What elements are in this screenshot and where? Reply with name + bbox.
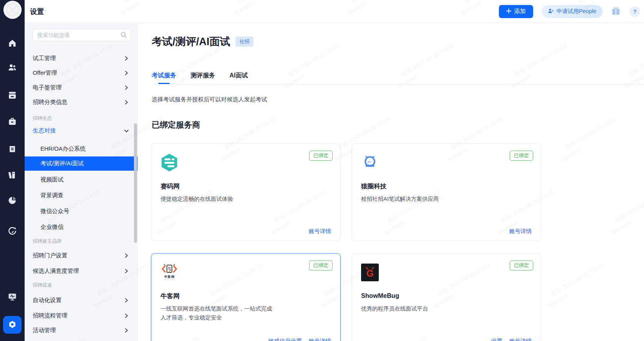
showmebug-logo: G bbox=[361, 264, 379, 281]
avatar[interactable] bbox=[3, 1, 22, 19]
provider-card-grid: 已绑定赛码网便捷稳定流畅的在线面试体验账号详情>–已绑定猿圈科技校招社招AI笔试… bbox=[151, 143, 541, 341]
card-link-账号详情[interactable]: 账号详情 bbox=[309, 228, 331, 235]
sidebar-item-招聘分类信息[interactable]: 招聘分类信息 bbox=[25, 95, 137, 109]
avatar-placeholder-icon bbox=[3, 1, 22, 19]
sidebar-item-招聘流程管理[interactable]: 招聘流程管理 bbox=[25, 308, 137, 323]
chevron-right-icon bbox=[124, 269, 129, 274]
sidebar-item-section-招聘雇主品牌: 招聘雇主品牌 bbox=[25, 238, 137, 245]
service-tabs: 考试服务测评服务AI面试 bbox=[152, 68, 644, 84]
top-header: 设置 添加 申请试用People ? bbox=[25, 0, 644, 23]
chevron-right-icon bbox=[124, 85, 129, 90]
provider-card-猿圈科技: >–已绑定猿圈科技校招社招AI笔试解决方案供应商账号详情 bbox=[351, 143, 541, 241]
provider-description: 一线互联网首选在线笔面试系统，一站式完成 人才筛选，专业稳定安全 bbox=[161, 304, 331, 322]
search-input[interactable] bbox=[32, 29, 131, 41]
sidebar-item-生态对接[interactable]: 生态对接 bbox=[25, 123, 137, 138]
app: 设置 添加 申请试用People ? bbox=[0, 0, 644, 341]
provider-name: 牛客网 bbox=[161, 292, 180, 301]
sidebar-item-label: 背景调查 bbox=[25, 192, 64, 199]
card-link-敏感信息设置[interactable]: 敏感信息设置 bbox=[268, 338, 302, 341]
pie-chart-icon[interactable] bbox=[8, 196, 17, 205]
sidebar-item-微信公众号[interactable]: 微信公众号 bbox=[25, 204, 137, 218]
calendar-icon[interactable] bbox=[8, 91, 17, 100]
sidebar-item-label: 候选人满意度管理 bbox=[25, 267, 79, 275]
receipt-icon[interactable] bbox=[8, 145, 17, 154]
sidebar-item-视频面试[interactable]: 视频面试 bbox=[25, 172, 137, 187]
settings-nut-icon bbox=[7, 319, 17, 331]
chevron-right-icon bbox=[124, 56, 129, 61]
provider-name: ShowMeBug bbox=[361, 292, 399, 299]
main-content: 考试/测评/AI面试 社招 考试服务测评服务AI面试 选择考试服务并授权后可以对… bbox=[138, 23, 644, 341]
sidebar-item-label: 招聘生态 bbox=[25, 115, 52, 122]
provider-card-ShowMeBug: G已绑定ShowMeBug优秀的程序员在线面试平台设置账号详情 bbox=[351, 253, 541, 341]
sidebar-item-活动管理[interactable]: 活动管理 bbox=[25, 323, 137, 338]
bound-status-badge: 已绑定 bbox=[309, 260, 333, 270]
sidebar-item-Offer管理[interactable]: Offer管理 bbox=[25, 66, 137, 80]
sidebar-item-候选人满意度管理[interactable]: 候选人满意度管理 bbox=[25, 264, 137, 278]
trial-people-label: 申请试用People bbox=[557, 8, 596, 15]
card-links: 账号详情 bbox=[309, 228, 331, 235]
svg-text:>–: >– bbox=[367, 160, 372, 164]
gift-icon[interactable] bbox=[611, 7, 621, 17]
saima-logo bbox=[161, 154, 178, 171]
books-icon[interactable] bbox=[8, 170, 17, 180]
sidebar-item-section-招聘提速: 招聘提速 bbox=[25, 282, 137, 289]
chevron-down-icon bbox=[124, 128, 129, 133]
monitor-pulse-icon[interactable] bbox=[8, 292, 17, 301]
card-link-账号详情[interactable]: 账号详情 bbox=[509, 228, 532, 235]
content-title: 考试/测评/AI面试 bbox=[152, 35, 230, 49]
sidebar-item-label: 微信公众号 bbox=[25, 208, 69, 215]
provider-description: 便捷稳定流畅的在线面试体验 bbox=[161, 195, 331, 203]
plus-icon bbox=[506, 8, 511, 15]
sidebar-item-考试/测评/AI面试[interactable]: 考试/测评/AI面试 bbox=[25, 156, 137, 171]
tab-测评服务[interactable]: 测评服务 bbox=[191, 68, 215, 84]
search-icon bbox=[120, 32, 127, 38]
provider-name: 赛码网 bbox=[161, 182, 180, 191]
sidebar-item-招聘门户设置[interactable]: 招聘门户设置 bbox=[25, 248, 137, 263]
settings-sidebar: 试工管理Offer管理电子签管理招聘分类信息招聘生态生态对接EHR/OA办公系统… bbox=[25, 23, 138, 341]
sidebar-item-label: Offer管理 bbox=[25, 69, 57, 77]
card-links: 账号详情 bbox=[509, 228, 532, 235]
chevron-right-icon bbox=[124, 313, 129, 318]
bound-status-badge: 已绑定 bbox=[510, 260, 533, 270]
chevron-right-icon bbox=[124, 100, 129, 105]
sidebar-item-label: 招聘雇主品牌 bbox=[25, 238, 62, 245]
chevron-right-icon bbox=[124, 71, 129, 76]
svg-text:G: G bbox=[366, 268, 374, 279]
card-link-设置[interactable]: 设置 bbox=[491, 338, 502, 341]
sidebar-item-EHR/OA办公系统[interactable]: EHR/OA办公系统 bbox=[25, 141, 137, 156]
sidebar-item-label: 电子签管理 bbox=[25, 84, 62, 91]
sidebar-item-自动化设置[interactable]: 自动化设置 bbox=[25, 293, 137, 307]
home-icon[interactable] bbox=[8, 39, 17, 48]
sidebar-item-背景调查[interactable]: 背景调查 bbox=[25, 188, 137, 203]
add-button[interactable]: 添加 bbox=[499, 5, 533, 18]
sidebar-item-label: 招聘流程管理 bbox=[25, 312, 67, 319]
sidebar-item-label: 视频面试 bbox=[25, 176, 64, 183]
settings-active-button[interactable] bbox=[3, 316, 22, 334]
provider-card-赛码网: 已绑定赛码网便捷稳定流畅的在线面试体验账号详情 bbox=[151, 143, 341, 241]
sidebar-item-label: EHR/OA办公系统 bbox=[25, 145, 86, 153]
chevron-right-icon bbox=[124, 253, 129, 258]
compass-icon[interactable] bbox=[8, 227, 17, 236]
sidebar-item-电子签管理[interactable]: 电子签管理 bbox=[25, 80, 137, 95]
briefcase-icon[interactable] bbox=[8, 117, 17, 126]
tab-考试服务[interactable]: 考试服务 bbox=[152, 68, 176, 84]
sidebar-item-企业微信[interactable]: 企业微信 bbox=[25, 220, 137, 234]
person-icon bbox=[548, 8, 554, 15]
sidebar-item-试工管理[interactable]: 试工管理 bbox=[25, 51, 137, 66]
help-icon[interactable]: ? bbox=[629, 6, 640, 17]
card-link-账号详情[interactable]: 账号详情 bbox=[509, 338, 532, 341]
sidebar-item-label: 招聘分类信息 bbox=[25, 99, 67, 106]
chevron-right-icon bbox=[124, 298, 129, 303]
card-links: 敏感信息设置账号详情 bbox=[268, 338, 331, 341]
sidebar-scrollbar[interactable] bbox=[134, 123, 137, 243]
card-link-账号详情[interactable]: 账号详情 bbox=[309, 338, 331, 341]
sidebar-item-label: 活动管理 bbox=[25, 327, 56, 334]
left-icon-rail bbox=[0, 0, 25, 341]
tab-AI面试[interactable]: AI面试 bbox=[229, 68, 248, 84]
header-actions: 添加 申请试用People ? bbox=[499, 5, 640, 18]
section-description: 选择考试服务并授权后可以对候选人发起考试 bbox=[152, 96, 267, 103]
users-icon[interactable] bbox=[8, 63, 17, 72]
sidebar-item-label: 企业微信 bbox=[25, 223, 64, 231]
trial-people-button[interactable]: 申请试用People bbox=[542, 5, 602, 18]
content-title-row: 考试/测评/AI面试 社招 bbox=[152, 35, 253, 49]
